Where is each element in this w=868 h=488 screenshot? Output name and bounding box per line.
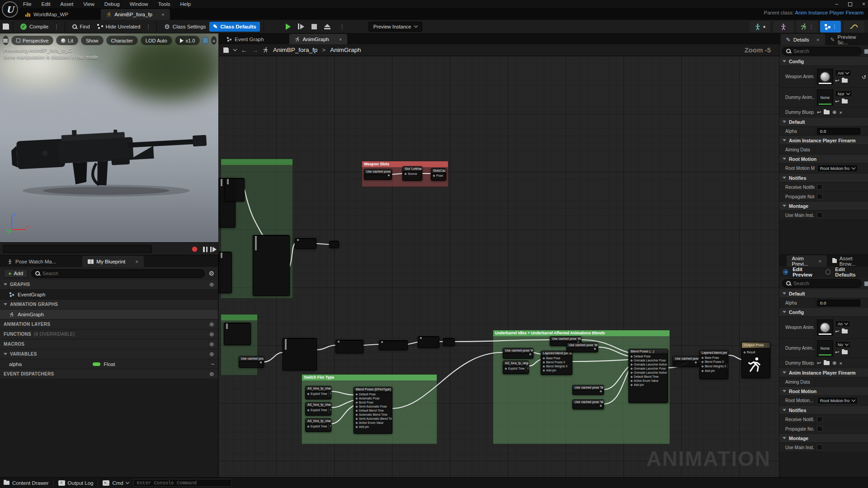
- variable-row-alpha[interactable]: alpha Float ~: [0, 359, 218, 369]
- root-motion-section-header[interactable]: Root Motion: [779, 387, 868, 396]
- node-ubgl-grip[interactable]: AS_fora_fp_ubgl_grip Explicit Time0.0: [503, 361, 529, 374]
- use-main-instance-checkbox[interactable]: [817, 445, 822, 450]
- menu-tools[interactable]: Tools: [154, 0, 175, 8]
- menu-edit[interactable]: Edit: [38, 0, 55, 8]
- alpha-input[interactable]: 0.0: [817, 128, 860, 135]
- play-options-icon[interactable]: ⋮: [338, 23, 347, 30]
- display-grid-icon[interactable]: ▦: [864, 280, 868, 286]
- compile-button[interactable]: ✓ Compile: [17, 22, 52, 32]
- variables-section-header[interactable]: VARIABLES ⊕: [0, 349, 218, 359]
- class-settings-button[interactable]: ⚙ Class Settings: [160, 21, 209, 32]
- add-dispatcher-icon[interactable]: ⊕: [209, 371, 214, 377]
- compile-options-icon[interactable]: ⋮: [52, 23, 61, 30]
- physics-mode-button[interactable]: [844, 21, 864, 33]
- back-icon[interactable]: ←: [241, 47, 247, 54]
- anim-preview-search[interactable]: [782, 279, 862, 288]
- step-button[interactable]: [298, 23, 304, 29]
- use-selected-asset-icon[interactable]: ↩: [835, 99, 839, 104]
- save-graph-icon[interactable]: [223, 47, 229, 53]
- tab-close-icon[interactable]: ×: [339, 37, 342, 42]
- tab-animgraph[interactable]: AnimGraph ×: [289, 34, 348, 44]
- graph-canvas[interactable]: ANIMATION Event Graph AnimGraph × ← → An…: [218, 33, 779, 477]
- output-log-button[interactable]: ≡ Output Log: [58, 480, 94, 486]
- functions-section-header[interactable]: FUNCTIONS (6 OVERRIDABLE) ⊕: [0, 329, 218, 339]
- preview-viewport[interactable]: Perspective Lit Show Character LOD Auto …: [0, 33, 218, 242]
- tab-close-icon[interactable]: ×: [816, 37, 820, 42]
- weapon-anim-dropdown[interactable]: An: [835, 320, 850, 327]
- add-variable-icon[interactable]: ⊕: [209, 351, 214, 357]
- sidebar-item-animgraph[interactable]: AnimGraph: [0, 310, 218, 319]
- node-layered-blend-per-bone[interactable]: Layered blend per bone Base Pose Blend P…: [699, 350, 728, 379]
- character-button[interactable]: Character: [106, 36, 138, 45]
- node-output-pose[interactable]: Output Pose Result: [741, 342, 770, 378]
- timeline-scrubber[interactable]: [3, 245, 152, 253]
- animation-layers-section-header[interactable]: ANIMATION LAYERS ⊕: [0, 319, 218, 329]
- node-sequence-player[interactable]: AS_fora_fp_charge_fast Explicit Time0.0: [305, 386, 331, 399]
- perspective-button[interactable]: Perspective: [11, 36, 53, 45]
- tab-asset-browser[interactable]: Asset Brow...: [827, 255, 868, 267]
- step-forward-button[interactable]: [210, 247, 217, 252]
- edit-preview-radio[interactable]: [783, 269, 788, 275]
- weapon-anim-thumbnail[interactable]: [817, 319, 833, 336]
- save-icon[interactable]: [3, 23, 9, 30]
- stop-button[interactable]: [311, 24, 317, 29]
- menu-help[interactable]: Help: [176, 0, 195, 8]
- node-blend-poses-firetype[interactable]: Blend Poses (EFireType) Default Pose Aut…: [354, 387, 392, 434]
- add-macro-icon[interactable]: ⊕: [209, 341, 214, 347]
- propagate-notifies-checkbox[interactable]: [817, 194, 822, 199]
- anim-preview-search-input[interactable]: [793, 281, 858, 286]
- dummy-anim-thumbnail[interactable]: None: [817, 89, 833, 106]
- node-layered-blend-per-bone[interactable]: Layered blend per bone Base Pose Blend P…: [541, 351, 572, 375]
- screen-percentage-indicator[interactable]: [203, 37, 208, 44]
- playback-speed-button[interactable]: x1.0: [175, 36, 200, 45]
- details-search[interactable]: [782, 47, 862, 56]
- filter-gear-icon[interactable]: ⚙: [208, 270, 214, 277]
- node-use-cached-pose-idle[interactable]: Use cached pose 'idle': [673, 356, 699, 367]
- dummy-anim-dropdown[interactable]: Nor: [835, 90, 852, 97]
- clear-icon[interactable]: ×: [839, 361, 842, 366]
- display-grid-icon[interactable]: ▦: [864, 48, 868, 54]
- receive-notifies-checkbox[interactable]: [817, 417, 822, 422]
- tab-anim-preview-editor[interactable]: Anim Previ... ×: [787, 255, 827, 267]
- add-layer-icon[interactable]: ⊕: [209, 321, 214, 328]
- browse-asset-icon[interactable]: [824, 110, 830, 114]
- play-button[interactable]: [286, 23, 291, 30]
- breadcrumb-current[interactable]: AnimGraph: [330, 47, 361, 53]
- details-search-input[interactable]: [793, 48, 858, 54]
- animation-mode-button[interactable]: ⋮: [797, 21, 817, 33]
- tab-preview-scene[interactable]: ✎ Preview Sc...: [825, 34, 868, 45]
- blueprint-search-input[interactable]: [42, 271, 201, 276]
- menu-debug[interactable]: Debug: [100, 0, 124, 8]
- config-section-header[interactable]: Config: [779, 308, 868, 317]
- node-use-cached-pose-weaponidle[interactable]: Use cached pose 'WeaponIdle': [503, 348, 533, 359]
- sidebar-item-eventgraph[interactable]: EventGraph: [0, 290, 218, 300]
- default-section-header[interactable]: Default: [779, 117, 868, 127]
- graph-node[interactable]: [283, 338, 317, 371]
- notifies-section-header[interactable]: Notifies: [779, 174, 868, 183]
- graphs-section-header[interactable]: GRAPHS ⊕: [0, 280, 218, 290]
- propagate-notifies-checkbox[interactable]: [817, 426, 822, 432]
- content-drawer-button[interactable]: Content Drawer: [4, 480, 49, 486]
- graph-node[interactable]: [253, 235, 290, 296]
- add-function-icon[interactable]: ⊕: [209, 331, 214, 338]
- use-selected-asset-icon[interactable]: ↩: [835, 328, 839, 334]
- root-motion-section-header[interactable]: Root Motion: [779, 155, 868, 164]
- forward-icon[interactable]: →: [252, 47, 258, 54]
- default-section-header[interactable]: Default: [779, 289, 868, 298]
- animation-graphs-section-header[interactable]: ANIMATION GRAPHS: [0, 300, 218, 310]
- show-button[interactable]: Show: [81, 36, 104, 45]
- aipf-section-header[interactable]: Anim Instance Player Firearm: [779, 136, 868, 145]
- variable-visibility-icon[interactable]: ~: [211, 361, 214, 367]
- reset-to-default-icon[interactable]: ↺: [862, 74, 866, 80]
- clear-icon[interactable]: ×: [839, 110, 842, 115]
- event-dispatchers-section-header[interactable]: EVENT DISPATCHERS ⊕: [0, 369, 218, 379]
- node-sequence-player[interactable]: AS_fora_fp_charge_fast Explicit Time0.0: [305, 402, 331, 416]
- console-command-input[interactable]: [133, 479, 232, 487]
- weapon-anim-thumbnail[interactable]: [817, 69, 833, 85]
- use-selected-asset-icon[interactable]: ↩: [835, 78, 839, 84]
- cmd-dropdown[interactable]: >_ Cmd: [103, 480, 128, 486]
- record-button[interactable]: [192, 246, 198, 252]
- browse-asset-icon[interactable]: [842, 350, 848, 354]
- menu-file[interactable]: File: [19, 0, 36, 8]
- add-graph-icon[interactable]: ⊕: [209, 281, 214, 288]
